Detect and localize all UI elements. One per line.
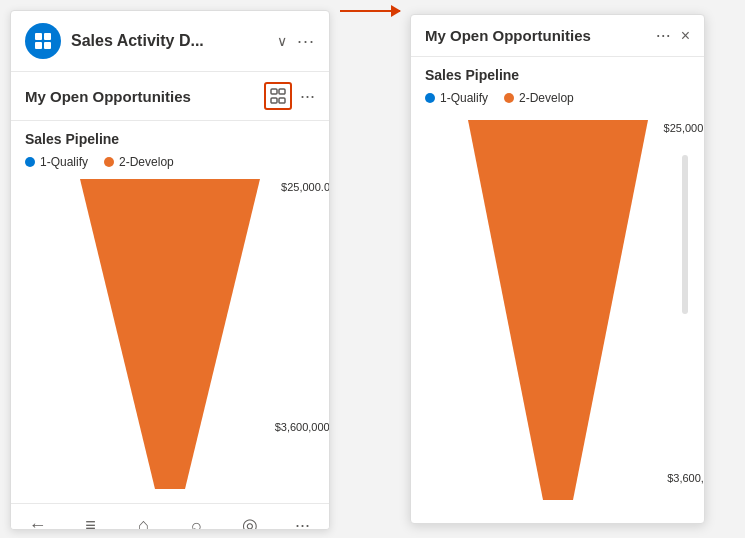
expand-icon bbox=[270, 88, 286, 104]
funnel-mid-value: $3,600,000.00 bbox=[275, 421, 330, 433]
svg-rect-0 bbox=[35, 33, 42, 40]
right-funnel-container: $25,000.0 $3,600,000.00 bbox=[425, 115, 690, 513]
app-header: Sales Activity D... ∨ ··· bbox=[11, 11, 329, 72]
legend-item-qualify: 1-Qualify bbox=[25, 155, 88, 169]
right-header-actions: ··· × bbox=[656, 25, 690, 46]
widget-title: My Open Opportunities bbox=[25, 88, 256, 105]
right-develop-label: 2-Develop bbox=[519, 91, 574, 105]
legend-item-develop: 2-Develop bbox=[104, 155, 174, 169]
qualify-label: 1-Qualify bbox=[40, 155, 88, 169]
funnel-svg bbox=[70, 179, 270, 489]
right-funnel-mid-value: $3,600,000.00 bbox=[667, 472, 704, 484]
funnel-container: $25,000.0 $3,600,000.00 bbox=[25, 179, 315, 493]
right-legend-item-develop: 2-Develop bbox=[504, 91, 574, 105]
arrow-container bbox=[330, 10, 410, 12]
right-chart-title: Sales Pipeline bbox=[425, 67, 690, 83]
right-qualify-label: 1-Qualify bbox=[440, 91, 488, 105]
chevron-down-icon[interactable]: ∨ bbox=[277, 33, 287, 49]
svg-rect-4 bbox=[271, 89, 277, 94]
right-chart-section: Sales Pipeline 1-Qualify 2-Develop $25,0… bbox=[411, 57, 704, 523]
close-button[interactable]: × bbox=[681, 27, 690, 45]
right-funnel-top-value: $25,000.0 bbox=[664, 122, 704, 134]
nav-search-button[interactable]: ⌕ bbox=[170, 514, 223, 530]
svg-marker-8 bbox=[80, 179, 260, 489]
svg-rect-7 bbox=[279, 98, 285, 103]
nav-menu-button[interactable]: ≡ bbox=[64, 514, 117, 530]
widget-more-button[interactable]: ··· bbox=[300, 86, 315, 107]
svg-rect-1 bbox=[44, 33, 51, 40]
right-funnel-svg bbox=[458, 120, 658, 500]
right-funnel-chart: $25,000.0 $3,600,000.00 bbox=[458, 120, 658, 504]
grid-icon bbox=[33, 31, 53, 51]
app-title: Sales Activity D... bbox=[71, 32, 267, 50]
right-panel: My Open Opportunities ··· × Sales Pipeli… bbox=[410, 14, 705, 524]
scrollbar[interactable] bbox=[682, 155, 688, 314]
develop-label: 2-Develop bbox=[119, 155, 174, 169]
expand-button[interactable] bbox=[264, 82, 292, 110]
svg-rect-5 bbox=[279, 89, 285, 94]
nav-home-button[interactable]: ⌂ bbox=[117, 514, 170, 530]
widget-header: My Open Opportunities ··· bbox=[11, 72, 329, 121]
develop-dot bbox=[104, 157, 114, 167]
svg-rect-3 bbox=[44, 42, 51, 49]
svg-marker-9 bbox=[468, 120, 648, 500]
funnel-chart: $25,000.0 $3,600,000.00 bbox=[70, 179, 270, 493]
header-more-button[interactable]: ··· bbox=[297, 31, 315, 52]
chart-section: Sales Pipeline 1-Qualify 2-Develop bbox=[11, 121, 329, 503]
right-qualify-dot bbox=[425, 93, 435, 103]
nav-back-button[interactable]: ← bbox=[11, 514, 64, 530]
right-legend: 1-Qualify 2-Develop bbox=[425, 91, 690, 105]
scene: Sales Activity D... ∨ ··· My Open Opport… bbox=[0, 0, 745, 538]
svg-rect-2 bbox=[35, 42, 42, 49]
bottom-nav: ← ≡ ⌂ ⌕ ◎ ··· bbox=[11, 503, 329, 530]
qualify-dot bbox=[25, 157, 35, 167]
app-icon bbox=[25, 23, 61, 59]
right-panel-title: My Open Opportunities bbox=[425, 27, 591, 44]
funnel-top-value: $25,000.0 bbox=[281, 181, 330, 193]
right-header: My Open Opportunities ··· × bbox=[411, 15, 704, 57]
svg-rect-6 bbox=[271, 98, 277, 103]
right-develop-dot bbox=[504, 93, 514, 103]
right-more-button[interactable]: ··· bbox=[656, 25, 671, 46]
legend: 1-Qualify 2-Develop bbox=[25, 155, 315, 169]
nav-more-button[interactable]: ··· bbox=[276, 514, 329, 530]
nav-activity-button[interactable]: ◎ bbox=[223, 514, 276, 530]
chart-title: Sales Pipeline bbox=[25, 131, 315, 147]
expand-arrow bbox=[340, 10, 400, 12]
left-panel: Sales Activity D... ∨ ··· My Open Opport… bbox=[10, 10, 330, 530]
right-legend-item-qualify: 1-Qualify bbox=[425, 91, 488, 105]
